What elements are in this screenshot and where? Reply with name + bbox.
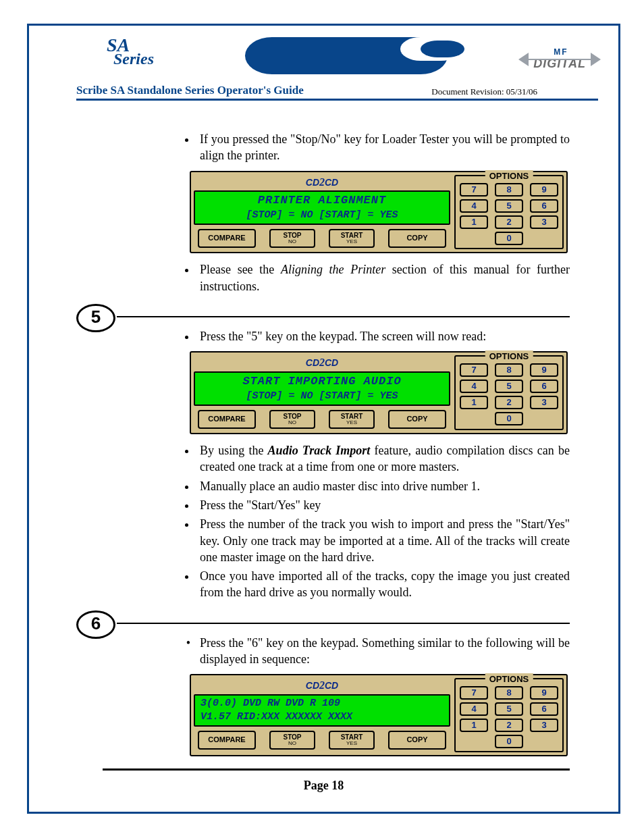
key-9[interactable]: 9	[530, 686, 558, 700]
start-yes-button[interactable]: START YES	[329, 229, 375, 248]
compare-button[interactable]: COMPARE	[198, 229, 256, 248]
key-8[interactable]: 8	[495, 686, 523, 700]
lcd-line2: [STOP] = NO [START] = YES	[198, 390, 446, 403]
key-1[interactable]: 1	[460, 396, 488, 409]
printer-note-list: Please see the Aligning the Printer sect…	[76, 261, 570, 294]
lcd-panel-drive: CD2CD 3(0.0) DVD RW DVD R 109 V1.57 RID:…	[190, 674, 568, 756]
lcd-screen: 3(0.0) DVD RW DVD R 109 V1.57 RID:XXX XX…	[194, 694, 450, 727]
lcd-line2: V1.57 RID:XXX XXXXXX XXXX	[198, 710, 446, 724]
options-label: OPTIONS	[485, 170, 533, 182]
step6-lead: Press the "6" key on the keypad. Somethi…	[196, 635, 570, 668]
step-badge-5: 5	[76, 304, 115, 332]
step5-point: Manually place an audio master disc into…	[196, 478, 570, 494]
key-2[interactable]: 2	[495, 396, 523, 409]
page-number: Page 18	[27, 779, 620, 793]
start-yes-button[interactable]: START YES	[329, 410, 375, 429]
mf-digital-logo: MF DIGITAL	[521, 47, 598, 71]
intro-item: If you pressed the "Stop/No" key for Loa…	[196, 131, 570, 164]
lcd-line1: PRINTER ALIGNMENT	[198, 193, 446, 209]
lcd-panel-printer: CD2CD PRINTER ALIGNMENT [STOP] = NO [STA…	[190, 171, 568, 254]
page-content: If you pressed the "Stop/No" key for Loa…	[76, 131, 570, 756]
key-0[interactable]: 0	[495, 412, 523, 425]
step5-lead: Press the "5" key on the keypad. The scr…	[196, 328, 570, 344]
sa-series-logo: SA Series	[107, 37, 154, 66]
stop-no-button[interactable]: STOP NO	[269, 410, 315, 429]
step-5: 5 Press the "5" key on the keypad. The s…	[76, 312, 570, 601]
key-8[interactable]: 8	[495, 183, 523, 197]
lcd-panel-audio: CD2CD START IMPORTING AUDIO [STOP] = NO …	[190, 351, 568, 434]
lcd-line1: START IMPORTING AUDIO	[198, 374, 446, 390]
brand-label: CD2CD	[194, 678, 450, 694]
step-rule	[117, 316, 570, 317]
keypad: OPTIONS 7 8 9 4 5 6 1 2 3 0	[454, 355, 564, 430]
doc-revision: Document Revision: 05/31/06	[431, 86, 537, 97]
copy-button[interactable]: COPY	[388, 731, 446, 750]
key-1[interactable]: 1	[460, 215, 488, 229]
key-8[interactable]: 8	[495, 363, 523, 377]
key-6[interactable]: 6	[530, 380, 558, 393]
key-3[interactable]: 3	[530, 215, 558, 229]
key-3[interactable]: 3	[530, 396, 558, 409]
step5-point: Press the number of the track you wish t…	[196, 516, 570, 565]
key-4[interactable]: 4	[460, 199, 488, 213]
copy-button[interactable]: COPY	[388, 410, 446, 429]
banner-shapes	[245, 37, 461, 74]
logo-mf: MF	[554, 47, 586, 57]
key-5[interactable]: 5	[495, 199, 523, 213]
step5-points: By using the Audio Track Import feature,…	[76, 442, 570, 601]
step-6: 6 Press the "6" key on the keypad. Somet…	[76, 619, 570, 757]
brand-label: CD2CD	[194, 175, 450, 191]
keypad: OPTIONS 7 8 9 4 5 6 1 2 3 0	[454, 175, 564, 250]
doc-title: Scribe SA Standalone Series Operator's G…	[76, 84, 304, 97]
key-7[interactable]: 7	[460, 686, 488, 700]
key-7[interactable]: 7	[460, 183, 488, 197]
lcd-screen: PRINTER ALIGNMENT [STOP] = NO [START] = …	[194, 190, 450, 225]
key-1[interactable]: 1	[460, 719, 488, 732]
compare-button[interactable]: COMPARE	[198, 731, 256, 750]
key-9[interactable]: 9	[530, 363, 558, 377]
key-6[interactable]: 6	[530, 199, 558, 213]
step-badge-6: 6	[76, 610, 115, 639]
step5-point: Once you have imported all of the tracks…	[196, 568, 570, 601]
step5-point-audio-track: By using the Audio Track Import feature,…	[196, 442, 570, 475]
intro-list: If you pressed the "Stop/No" key for Loa…	[76, 131, 570, 164]
key-6[interactable]: 6	[530, 702, 558, 716]
start-yes-button[interactable]: START YES	[329, 731, 375, 750]
stop-no-button[interactable]: STOP NO	[269, 229, 315, 248]
key-2[interactable]: 2	[495, 215, 523, 229]
header: SA Series MF DIGITAL Scribe SA Standalon…	[76, 37, 598, 101]
footer-rule	[103, 768, 570, 771]
lcd-line1: 3(0.0) DVD RW DVD R 109	[198, 697, 446, 710]
key-2[interactable]: 2	[495, 719, 523, 732]
key-7[interactable]: 7	[460, 363, 488, 377]
key-5[interactable]: 5	[495, 702, 523, 716]
key-3[interactable]: 3	[530, 719, 558, 732]
lcd-line2: [STOP] = NO [START] = YES	[198, 209, 446, 222]
key-4[interactable]: 4	[460, 380, 488, 393]
lcd-screen: START IMPORTING AUDIO [STOP] = NO [START…	[194, 371, 450, 406]
copy-button[interactable]: COPY	[388, 229, 446, 248]
options-label: OPTIONS	[485, 673, 533, 685]
header-banner: SA Series MF DIGITAL	[76, 37, 598, 81]
key-9[interactable]: 9	[530, 183, 558, 197]
key-5[interactable]: 5	[495, 380, 523, 393]
printer-note: Please see the Aligning the Printer sect…	[196, 261, 570, 294]
compare-button[interactable]: COMPARE	[198, 410, 256, 429]
stop-no-button[interactable]: STOP NO	[269, 731, 315, 750]
key-0[interactable]: 0	[495, 232, 523, 245]
keypad: OPTIONS 7 8 9 4 5 6 1 2 3 0	[454, 678, 564, 752]
logo-bottom: Series	[113, 52, 154, 66]
key-0[interactable]: 0	[495, 735, 523, 748]
brand-label: CD2CD	[194, 355, 450, 371]
key-4[interactable]: 4	[460, 702, 488, 716]
step-rule	[117, 623, 570, 624]
step5-point: Press the "Start/Yes" key	[196, 497, 570, 513]
options-label: OPTIONS	[485, 350, 533, 363]
